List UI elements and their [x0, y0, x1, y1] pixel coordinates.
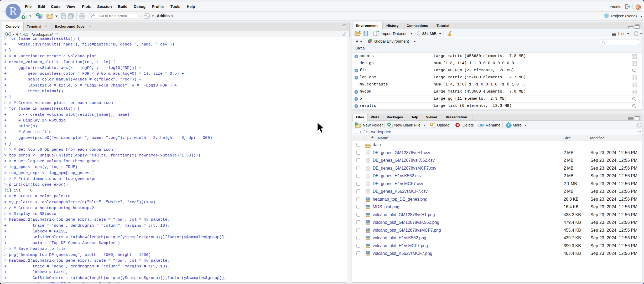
svg-text:R: R — [606, 14, 607, 17]
svg-text:R: R — [7, 32, 9, 36]
